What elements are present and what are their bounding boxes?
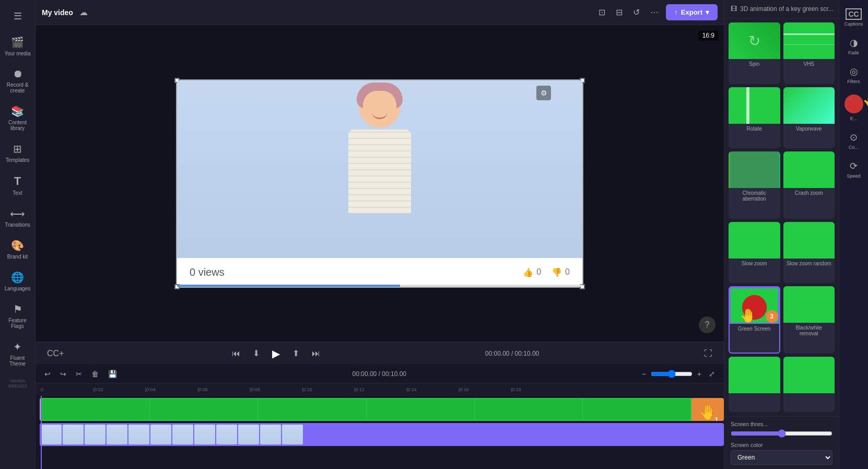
effect-bottom1[interactable]	[729, 357, 780, 413]
play-btn[interactable]: ▶	[269, 345, 283, 362]
captions-panel-item[interactable]: CC Captions	[839, 4, 868, 31]
color-panel-item[interactable]: ⊙ Co...	[839, 127, 868, 154]
ctrl-right: ⛶	[701, 347, 715, 360]
canvas-settings-btn[interactable]: ⚙	[536, 86, 551, 100]
fullscreen-btn[interactable]: ⛶	[701, 347, 715, 360]
color-label: Screen color	[731, 442, 832, 448]
feature-flags-icon: ⚑	[13, 303, 22, 315]
frame-forward-btn[interactable]: ⬆	[289, 346, 302, 360]
right-effects-panel: 🎞 3D animation of a key green scr... ↻ S…	[724, 0, 839, 469]
aspect-ratio-badge[interactable]: 16:9	[698, 30, 719, 41]
effects-panel-item[interactable]: ✦ 🤚 2 E...	[839, 90, 868, 125]
rotate-tool-btn[interactable]: ↺	[630, 5, 643, 19]
thumb-bg-12	[282, 425, 303, 444]
effect-bottom2[interactable]	[783, 357, 835, 413]
fade-label: Fade	[848, 50, 859, 55]
timeline-cursor[interactable]	[41, 396, 42, 469]
hand-cursor-3-area: 🤚	[740, 308, 756, 324]
total-time: 00:10.00	[515, 350, 539, 357]
effect-spin[interactable]: ↻ Spin	[729, 22, 780, 84]
captions-btn[interactable]: CC+	[44, 347, 67, 360]
skip-forward-btn[interactable]: ⏭	[309, 347, 323, 360]
cut-btn[interactable]: ✂	[73, 368, 85, 380]
sidebar-item-feature-flags[interactable]: ⚑ Feature Flags	[0, 298, 35, 334]
help-button[interactable]: ?	[699, 316, 715, 333]
sidebar-item-templates[interactable]: ⊞ Templates	[0, 137, 35, 168]
thumb-4	[107, 425, 127, 444]
sidebar-item-your-media[interactable]: 🎬 Your media	[0, 31, 35, 62]
version-label: Version 8482a53	[2, 378, 33, 389]
effect-bw-removal[interactable]: Black/white removal	[783, 286, 835, 354]
thumb-8	[194, 425, 215, 444]
frame-back-btn[interactable]: ⬇	[250, 346, 263, 360]
zoom-slider[interactable]	[651, 370, 693, 378]
green-seg-1	[42, 399, 149, 420]
hand-cursor-2: 🤚	[862, 92, 869, 109]
effect-slow-zoom-random[interactable]: Slow zoom random	[783, 222, 835, 284]
cursor-area-1: 🤚 1	[691, 398, 724, 421]
sidebar-item-content-library[interactable]: 📚 Content library	[0, 100, 35, 136]
threshold-slider[interactable]	[731, 429, 832, 438]
effect-vhs[interactable]: VHS	[783, 22, 835, 84]
thumb-1	[41, 425, 62, 444]
export-button[interactable]: ↑ Export ▾	[666, 4, 718, 20]
timeline-tracks: 🤚 1	[36, 396, 724, 469]
likes-count: 0	[536, 267, 541, 277]
chromatic-blue	[730, 151, 780, 188]
timeline-toolbar: ↩ ↪ ✂ 🗑 💾 00:00.00 / 00:10.00 − + ⤢	[36, 365, 724, 383]
time-display: 00:00.00 / 00:10.00	[485, 350, 539, 357]
effect-green-screen[interactable]: 🤚 3 Green Screen	[729, 286, 780, 354]
zoom-in-btn[interactable]: +	[695, 368, 704, 380]
redo-btn[interactable]: ↪	[57, 368, 69, 380]
crop-tool-btn[interactable]: ⊟	[613, 5, 626, 19]
canvas-area: ⚙ 0 views 👍 0 👎 0 16:9 ?	[36, 25, 724, 342]
screen-color-select[interactable]: Green Blue Red	[731, 450, 832, 465]
zoom-out-btn[interactable]: −	[639, 368, 649, 380]
sidebar-item-record-create[interactable]: ⏺ Record & create	[0, 63, 35, 99]
annotation-1: 1	[710, 414, 723, 421]
delete-btn[interactable]: 🗑	[89, 368, 101, 380]
video-track[interactable]	[40, 423, 724, 446]
sidebar-item-fluent-theme[interactable]: ✦ Fluent Theme	[0, 335, 35, 372]
ruler-mark-16: |0:16	[459, 387, 469, 392]
effect-bottom1-label	[729, 393, 780, 397]
effect-rotate-thumb	[729, 87, 780, 124]
sidebar-item-label: Brand kit	[7, 254, 28, 260]
effect-slow-zoom[interactable]: Slow zoom	[729, 222, 780, 284]
thumb-bg-1	[41, 425, 62, 444]
sidebar-item-label: Feature Flags	[2, 318, 33, 329]
effect-slow-zoom-random-label: Slow zoom random	[783, 259, 835, 268]
effect-crash-zoom[interactable]: Crash zoom	[783, 151, 835, 219]
sidebar-item-label: Transitions	[5, 222, 30, 228]
project-title[interactable]: My video	[42, 8, 73, 17]
orange-segment: 🤚 1	[691, 398, 724, 421]
fit-timeline-btn[interactable]: ⤢	[706, 368, 718, 380]
dislikes-area: 👎 0	[552, 267, 570, 277]
thumb-3	[85, 425, 105, 444]
sidebar-item-languages[interactable]: 🌐 Languages	[0, 266, 35, 297]
sidebar-item-text[interactable]: T Text	[0, 169, 35, 201]
thumb-bg-6	[150, 425, 171, 444]
thumb-bg-3	[85, 425, 105, 444]
undo-btn[interactable]: ↩	[42, 368, 53, 380]
sidebar-item-transitions[interactable]: ⟷ Transitions	[0, 202, 35, 233]
person-head	[359, 86, 401, 127]
save-btn[interactable]: 💾	[105, 368, 120, 380]
green-screen-track[interactable]: 🤚 1	[40, 398, 724, 421]
cloud-save-icon[interactable]: ☁	[79, 7, 88, 17]
speed-panel-item[interactable]: ⟳ Speed	[839, 156, 868, 183]
resize-tool-btn[interactable]: ⊡	[595, 5, 608, 19]
effect-chromatic-label: Chromatic aberration	[729, 188, 780, 204]
more-options-btn[interactable]: ⋯	[647, 5, 662, 19]
sidebar-item-brand-kit[interactable]: 🎨 Brand kit	[0, 234, 35, 265]
fade-panel-item[interactable]: ◑ Fade	[839, 33, 868, 60]
effect-vaporwave[interactable]: Vaporwave	[783, 87, 835, 149]
ctrl-left: CC+	[44, 347, 67, 360]
effect-rotate[interactable]: Rotate	[729, 87, 780, 149]
filters-panel-item[interactable]: ◎ Filters	[839, 62, 868, 88]
effect-chromatic-aberration[interactable]: Chromatic aberration	[729, 151, 780, 219]
skip-back-btn[interactable]: ⏮	[229, 347, 243, 360]
engagement-bar	[177, 285, 582, 287]
hamburger-menu[interactable]: ☰	[7, 4, 28, 28]
sidebar-item-label: Content library	[2, 120, 33, 131]
